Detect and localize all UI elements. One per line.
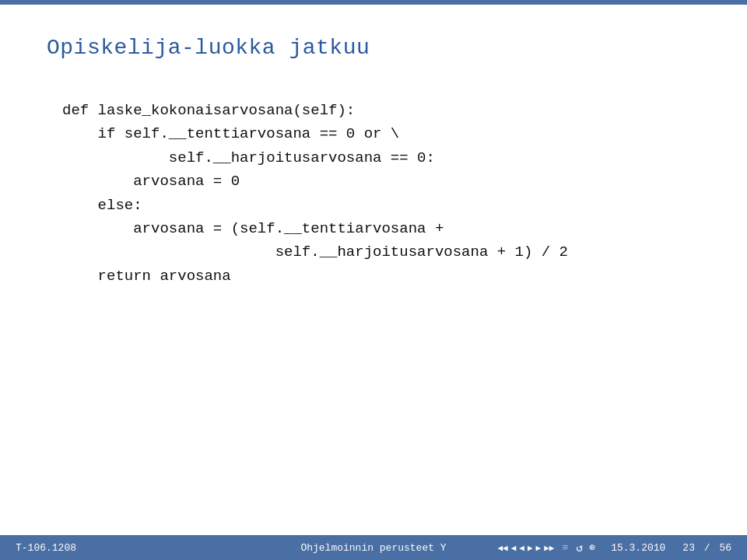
nav-section-prev-icon[interactable]: ◀ xyxy=(519,543,524,553)
code-line-4: arvosana = 0 xyxy=(62,170,700,193)
page-separator: / xyxy=(704,542,710,554)
code-line-7: self.__harjoitusarvosana + 1) / 2 xyxy=(62,240,700,264)
course-name: Ohjelmoinnin perusteet Y xyxy=(300,542,446,554)
course-code: T-106.1208 xyxy=(16,542,76,554)
nav-divider: ≡ xyxy=(562,542,568,554)
zoom-icon[interactable]: ⊕ xyxy=(589,541,595,554)
slide-title: Opiskelija-luokka jatkuu xyxy=(47,36,700,60)
footer-bar: T-106.1208 Ohjelmoinnin perusteet Y ◀◀ ◀… xyxy=(0,535,747,560)
code-line-6: arvosana = (self.__tenttiarvosana + xyxy=(62,217,700,240)
slide-content: Opiskelija-luokka jatkuu def laske_kokon… xyxy=(0,5,747,535)
code-line-2: if self.__tenttiarvosana == 0 or \ xyxy=(62,122,700,145)
code-block: def laske_kokonaisarvosana(self): if sel… xyxy=(47,99,700,288)
footer-right: ◀◀ ◀ ◀ ▶ ▶ ▶▶ ≡ ↺ ⊕ 15.3.2010 23 / 56 xyxy=(497,541,731,555)
slide-page: 23 / 56 xyxy=(682,542,731,554)
nav-next-icon[interactable]: ▶ xyxy=(536,543,542,553)
slide-date: 15.3.2010 xyxy=(611,542,665,554)
page-current: 23 xyxy=(682,542,695,554)
page-total: 56 xyxy=(719,542,731,554)
nav-last-icon[interactable]: ▶▶ xyxy=(544,543,554,553)
navigation-controls[interactable]: ◀◀ ◀ ◀ ▶ ▶ ▶▶ ≡ ↺ ⊕ xyxy=(497,541,595,555)
footer-center: Ohjelmoinnin perusteet Y xyxy=(300,542,446,554)
nav-prev-icon[interactable]: ◀ xyxy=(511,543,517,553)
nav-first-icon[interactable]: ◀◀ xyxy=(497,543,507,553)
code-line-5: else: xyxy=(62,194,700,217)
code-line-1: def laske_kokonaisarvosana(self): xyxy=(62,99,700,122)
footer-left: T-106.1208 xyxy=(16,542,76,554)
slide: Opiskelija-luokka jatkuu def laske_kokon… xyxy=(0,0,747,560)
code-line-8: return arvosana xyxy=(62,264,700,288)
loop-icon[interactable]: ↺ xyxy=(576,541,583,555)
nav-section-next-icon[interactable]: ▶ xyxy=(528,543,533,553)
code-line-3: self.__harjoitusarvosana == 0: xyxy=(62,146,700,170)
